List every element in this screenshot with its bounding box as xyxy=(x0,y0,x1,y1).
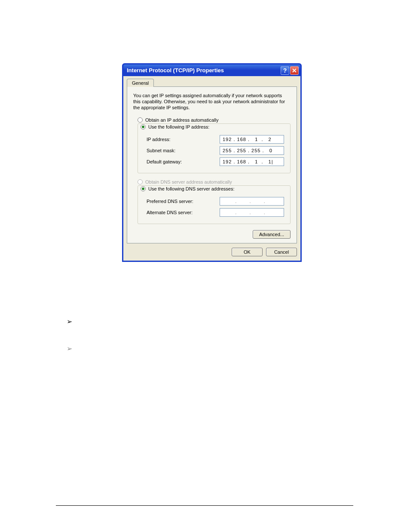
bullet-arrow-icon: ➢ xyxy=(67,317,72,326)
radio-obtain-ip-auto-label: Obtain an IP address automatically xyxy=(145,117,218,123)
bullet-arrow-icon: ➢ xyxy=(67,344,72,353)
ip-address-label: IP address: xyxy=(147,137,220,142)
radio-use-following-dns[interactable]: Use the following DNS server addresses: xyxy=(141,186,236,191)
radio-icon xyxy=(141,186,146,191)
tab-general[interactable]: General xyxy=(127,79,154,87)
subnet-mask-input[interactable] xyxy=(220,146,284,155)
titlebar[interactable]: Internet Protocol (TCP/IP) Properties ? … xyxy=(123,65,300,76)
dialog-title: Internet Protocol (TCP/IP) Properties xyxy=(127,67,280,74)
radio-use-following-ip-label: Use the following IP address: xyxy=(148,124,209,129)
tab-panel: You can get IP settings assigned automat… xyxy=(127,86,297,243)
help-button[interactable]: ? xyxy=(281,66,289,75)
default-gateway-input[interactable] xyxy=(220,157,284,166)
close-icon: ✕ xyxy=(292,67,297,74)
advanced-row: Advanced... xyxy=(133,230,291,239)
description-text: You can get IP settings assigned automat… xyxy=(133,93,291,111)
radio-icon xyxy=(141,124,146,129)
tcp-ip-properties-dialog: Internet Protocol (TCP/IP) Properties ? … xyxy=(122,63,302,262)
page-divider xyxy=(56,505,353,506)
client-area: General You can get IP settings assigned… xyxy=(123,76,300,261)
radio-use-following-dns-label: Use the following DNS server addresses: xyxy=(148,186,235,191)
radio-icon xyxy=(138,179,143,185)
alternate-dns-input[interactable] xyxy=(220,208,284,217)
close-button[interactable]: ✕ xyxy=(290,66,299,75)
preferred-dns-label: Preferred DNS server: xyxy=(147,199,220,204)
alternate-dns-row: Alternate DNS server: xyxy=(142,208,286,217)
preferred-dns-input[interactable] xyxy=(220,197,284,206)
dns-fieldset: Use the following DNS server addresses: … xyxy=(138,185,291,224)
ip-fieldset: Use the following IP address: IP address… xyxy=(138,123,291,173)
alternate-dns-label: Alternate DNS server: xyxy=(147,210,220,215)
advanced-button[interactable]: Advanced... xyxy=(253,230,291,239)
preferred-dns-row: Preferred DNS server: xyxy=(142,197,286,206)
default-gateway-label: Default gateway: xyxy=(147,159,220,164)
radio-use-following-ip[interactable]: Use the following IP address: xyxy=(141,124,211,129)
ip-address-input[interactable] xyxy=(220,135,284,144)
ip-address-row: IP address: xyxy=(142,135,286,144)
radio-obtain-ip-auto[interactable]: Obtain an IP address automatically xyxy=(138,117,291,123)
cancel-button[interactable]: Cancel xyxy=(266,248,297,256)
dialog-buttons: OK Cancel xyxy=(127,248,297,256)
subnet-mask-label: Subnet mask: xyxy=(147,148,220,153)
ok-button[interactable]: OK xyxy=(232,248,263,256)
radio-obtain-dns-auto-label: Obtain DNS server address automatically xyxy=(145,179,232,185)
default-gateway-row: Default gateway: xyxy=(142,157,286,166)
tabstrip: General xyxy=(127,79,297,87)
radio-icon xyxy=(138,117,143,123)
bullet-list: ➢ ➢ xyxy=(67,317,72,372)
radio-obtain-dns-auto: Obtain DNS server address automatically xyxy=(138,179,291,185)
subnet-mask-row: Subnet mask: xyxy=(142,146,286,155)
